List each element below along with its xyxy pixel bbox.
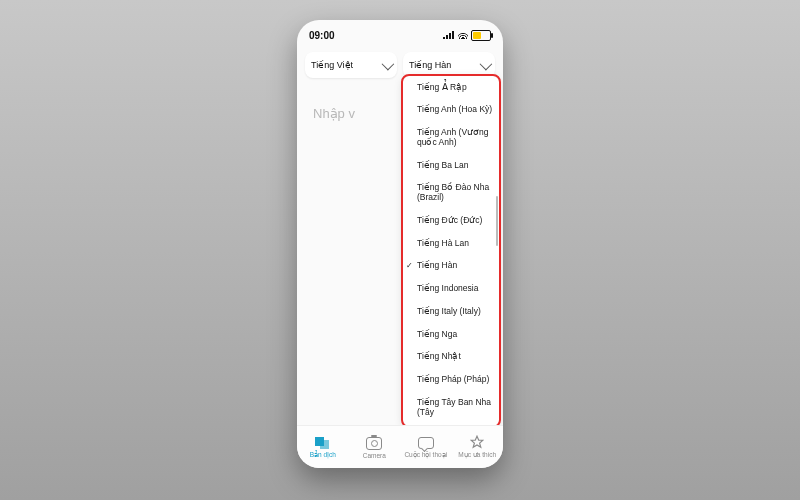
- tab-label: Cuộc hội thoại: [404, 451, 447, 459]
- language-option[interactable]: Tiếng Anh (Hoa Kỳ): [403, 99, 499, 122]
- source-language-label: Tiếng Việt: [311, 60, 353, 70]
- status-time: 09:00: [309, 30, 335, 41]
- target-language-dropdown: Tiếng Ả Rập Tiếng Anh (Hoa Kỳ) Tiếng Anh…: [403, 76, 499, 426]
- tab-favorites[interactable]: Mục ưa thích: [452, 426, 504, 468]
- language-option[interactable]: Tiếng Tây Ban Nha (Tây: [403, 391, 499, 424]
- battery-icon: [471, 30, 491, 41]
- language-option[interactable]: Tiếng Hà Lan: [403, 232, 499, 255]
- language-option[interactable]: Tiếng Italy (Italy): [403, 300, 499, 323]
- tab-conversation[interactable]: Cuộc hội thoại: [400, 426, 452, 468]
- status-bar: 09:00: [297, 20, 503, 46]
- language-option-selected[interactable]: Tiếng Hàn: [403, 255, 499, 278]
- language-option[interactable]: Tiếng Pháp (Pháp): [403, 369, 499, 392]
- language-option[interactable]: Tiếng Nhật: [403, 346, 499, 369]
- camera-icon: [366, 437, 382, 450]
- language-option[interactable]: Tiếng Anh (Vương quốc Anh): [403, 122, 499, 155]
- scrollbar-thumb[interactable]: [496, 196, 498, 246]
- dropdown-scroll[interactable]: Tiếng Ả Rập Tiếng Anh (Hoa Kỳ) Tiếng Anh…: [403, 76, 499, 426]
- target-language-button[interactable]: Tiếng Hàn: [403, 52, 495, 78]
- language-option[interactable]: Tiếng Ba Lan: [403, 154, 499, 177]
- svg-marker-0: [471, 436, 483, 447]
- tab-bar: Bản dịch Camera Cuộc hội thoại Mục ưa th…: [297, 425, 503, 468]
- cellular-icon: [443, 31, 455, 39]
- language-option[interactable]: Tiếng Ả Rập: [403, 76, 499, 99]
- phone-frame: 09:00 Tiếng Việt Tiếng Hàn Nhập v Tiếng …: [297, 20, 503, 468]
- language-option[interactable]: Tiếng Đức (Đức): [403, 209, 499, 232]
- star-icon: [470, 435, 484, 449]
- tab-translate[interactable]: Bản dịch: [297, 426, 349, 468]
- language-option[interactable]: Tiếng Bồ Đào Nha (Brazil): [403, 177, 499, 210]
- translate-icon: [315, 435, 331, 449]
- tab-label: Camera: [363, 452, 386, 459]
- tab-camera[interactable]: Camera: [349, 426, 401, 468]
- source-language-button[interactable]: Tiếng Việt: [305, 52, 397, 78]
- tab-label: Bản dịch: [310, 451, 336, 459]
- wifi-icon: [458, 31, 468, 39]
- chevron-down-icon: [382, 57, 395, 70]
- target-language-label: Tiếng Hàn: [409, 60, 451, 70]
- language-option[interactable]: Tiếng Indonesia: [403, 278, 499, 301]
- input-placeholder: Nhập v: [313, 106, 355, 121]
- language-option[interactable]: Tiếng Nga: [403, 323, 499, 346]
- status-right: [443, 30, 491, 41]
- chevron-down-icon: [480, 57, 493, 70]
- tab-label: Mục ưa thích: [458, 451, 496, 459]
- chat-icon: [418, 437, 434, 449]
